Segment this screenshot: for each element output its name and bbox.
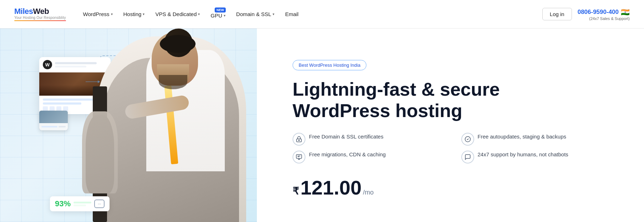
features-grid: Free Domain & SSL certificates Free auto… (293, 133, 615, 163)
nav-item-wordpress[interactable]: WordPress ▾ (79, 8, 117, 20)
feature-migration-text: Free migrations, CDN & caching (309, 151, 386, 158)
nav-item-email[interactable]: Email (281, 8, 303, 20)
hero-badge: Best WordPress Hosting India (293, 60, 366, 70)
feature-support-text: 24x7 support by humans, not chatbots (478, 151, 568, 158)
svg-point-1 (299, 140, 299, 141)
hero-title-line2: WordPress hosting (293, 100, 462, 121)
phone-text: 0806-9590-400 (578, 9, 619, 16)
chevron-down-icon: ▾ (224, 14, 225, 17)
nav-item-domain[interactable]: Domain & SSL ▾ (232, 8, 279, 20)
feature-updates: Free autoupdates, staging & backups (461, 133, 616, 146)
login-button[interactable]: Log in (542, 8, 572, 20)
price-per: /mo (363, 189, 374, 196)
nav-items: WordPress ▾ Hosting ▾ VPS & Dedicated ▾ … (79, 7, 303, 21)
feature-support: 24x7 support by humans, not chatbots (461, 151, 616, 163)
nav-label-email: Email (285, 11, 299, 17)
price-currency: ₹ (293, 185, 299, 197)
badge-lines (73, 202, 91, 206)
feature-updates-text: Free autoupdates, staging & backups (478, 133, 567, 140)
ssl-icon (293, 133, 305, 146)
hero-title-line1: Lightning-fast & secure (293, 79, 500, 100)
navbar: MilesWeb Your Hosting Our Responsiblity … (0, 0, 644, 29)
india-flag-icon: 🇮🇳 (621, 8, 630, 16)
new-badge: NEW (215, 7, 226, 12)
percentage-badge: 93% ··· (50, 196, 110, 211)
chevron-down-icon: ▾ (111, 12, 113, 16)
feature-ssl-text: Free Domain & SSL certificates (309, 133, 384, 140)
nav-item-vps[interactable]: VPS & Dedicated ▾ (151, 8, 204, 20)
nav-label-hosting: Hosting (123, 11, 142, 17)
logo-underline (14, 20, 66, 21)
nav-item-gpu[interactable]: NEW GPU ▾ (206, 7, 230, 21)
hero-title: Lightning-fast & secure WordPress hostin… (293, 79, 507, 122)
feature-migration: Free migrations, CDN & caching (293, 151, 447, 163)
updates-icon (461, 133, 474, 146)
feature-ssl: Free Domain & SSL certificates (293, 133, 447, 146)
chevron-down-icon: ▾ (198, 12, 200, 16)
phone-number[interactable]: 0806-9590-400 🇮🇳 (578, 8, 630, 16)
small-thumbnail (39, 111, 68, 130)
phone-subtitle: (24x7 Sales & Support) (589, 16, 630, 21)
logo-part1: Miles (14, 7, 33, 16)
navbar-right: Log in 0806-9590-400 🇮🇳 (24x7 Sales & Su… (542, 8, 630, 21)
badge-extra: ··· (94, 200, 105, 208)
price-amount: 121.00 (300, 178, 361, 198)
logo-name: MilesWeb (14, 7, 66, 16)
logo-tagline: Your Hosting Our Responsiblity (14, 16, 66, 20)
hero-image-area: W (0, 29, 257, 222)
chevron-down-icon: ▾ (143, 12, 144, 16)
migration-icon (293, 151, 305, 163)
hero-section: W (0, 29, 644, 222)
nav-label-wordpress: WordPress (83, 11, 110, 17)
logo-part2: Web (33, 7, 49, 16)
person-illustration (82, 29, 257, 222)
hero-content: Best WordPress Hosting India Lightning-f… (257, 29, 644, 222)
chevron-down-icon: ▾ (273, 12, 274, 16)
nav-label-domain: Domain & SSL (236, 11, 271, 17)
price-section: ₹ 121.00 /mo (293, 178, 615, 198)
nav-label-vps: VPS & Dedicated (155, 11, 197, 17)
percentage-text: 93% (55, 199, 71, 208)
nav-label-gpu: GPU (211, 12, 222, 19)
phone-block: 0806-9590-400 🇮🇳 (24x7 Sales & Support) (578, 8, 630, 21)
wp-logo-icon: W (43, 60, 52, 69)
nav-item-hosting[interactable]: Hosting ▾ (119, 8, 149, 20)
support-icon (461, 151, 474, 163)
navbar-left: MilesWeb Your Hosting Our Responsiblity … (14, 7, 303, 21)
logo[interactable]: MilesWeb Your Hosting Our Responsiblity (14, 7, 66, 21)
